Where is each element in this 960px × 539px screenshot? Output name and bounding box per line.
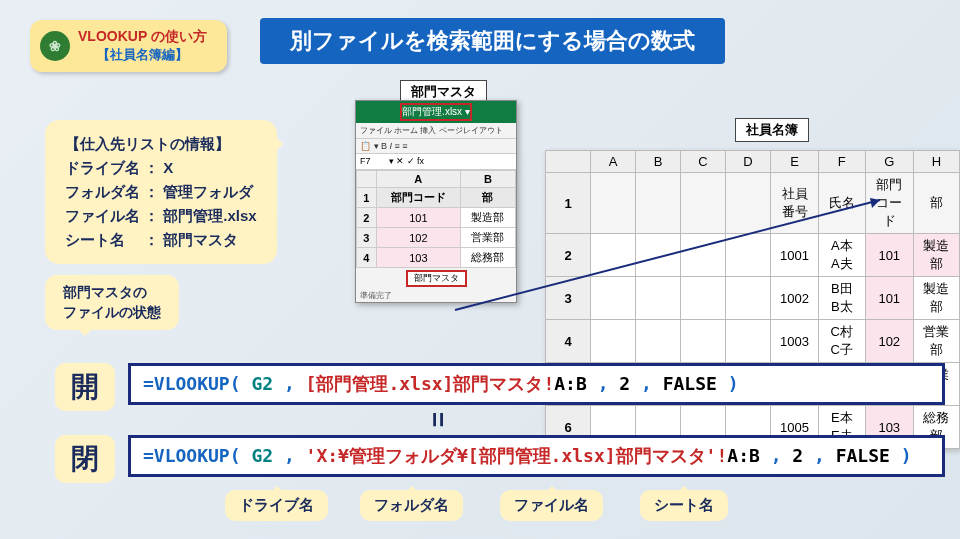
cell: A本A夫: [819, 234, 866, 277]
info-drive: ドライブ名 ： X: [65, 156, 257, 180]
mini-excel-grid: AB 1部門コード部 2101製造部 3102営業部 4103総務部: [356, 170, 516, 268]
tag-folder: フォルダ名: [360, 490, 463, 521]
colhead: F: [819, 151, 866, 173]
cell: 1002: [771, 277, 819, 320]
mini-excel-status: 準備完了: [356, 289, 516, 302]
colhead: A: [591, 151, 636, 173]
state-l1: 部門マスタの: [63, 283, 161, 303]
col-a: A: [376, 171, 460, 188]
formula-close: =VLOOKUP( G2 , 'X:¥管理フォルダ¥[部門管理.xlsx]部門マ…: [128, 435, 945, 477]
info-title: 【仕入先リストの情報】: [65, 132, 257, 156]
mini-excel-ribbon: ファイル ホーム 挿入 ページレイアウト: [356, 123, 516, 139]
main-title: 別ファイルを検索範囲にする場合の数式: [260, 18, 725, 64]
head-code: 部門コード: [376, 188, 460, 208]
cell: 102: [376, 228, 460, 248]
mini-excel-toolbar: 📋 ▾ B I ≡ ≡: [356, 139, 516, 154]
cell: 103: [376, 248, 460, 268]
cell: 総務部: [460, 248, 515, 268]
emp-head-dept: 部: [913, 173, 959, 234]
tag-file: ファイル名: [500, 490, 603, 521]
cell: C村C子: [819, 320, 866, 363]
file-info-callout: 【仕入先リストの情報】 ドライブ名 ： X フォルダ名 ： 管理フォルダ ファイ…: [45, 120, 277, 264]
mini-excel-window: 部門管理.xlsx ▾ ファイル ホーム 挿入 ページレイアウト 📋 ▾ B I…: [355, 100, 517, 303]
emp-table-label: 社員名簿: [735, 118, 809, 142]
title-badge: ❀ VLOOKUP の使い方 【社員名簿編】: [30, 20, 227, 72]
cell: 製造部: [913, 234, 959, 277]
cell: 製造部: [460, 208, 515, 228]
colhead: E: [771, 151, 819, 173]
mini-excel-filename: 部門管理.xlsx ▾: [400, 103, 472, 121]
cell: 101: [865, 234, 913, 277]
cell: 1001: [771, 234, 819, 277]
cell: B田B太: [819, 277, 866, 320]
close-label: 閉: [55, 435, 115, 483]
mini-excel-sheet-tab: 部門マスタ: [356, 268, 516, 289]
file-state-callout: 部門マスタの ファイルの状態: [45, 275, 179, 330]
head-dept: 部: [460, 188, 515, 208]
cell: 製造部: [913, 277, 959, 320]
info-sheet: シート名 ： 部門マスタ: [65, 228, 257, 252]
cell: 営業部: [460, 228, 515, 248]
tag-drive: ドライブ名: [225, 490, 328, 521]
info-file: ファイル名 ： 部門管理.xlsx: [65, 204, 257, 228]
cell: 101: [865, 277, 913, 320]
open-label: 開: [55, 363, 115, 411]
badge-line2: 【社員名簿編】: [78, 46, 207, 64]
state-l2: ファイルの状態: [63, 303, 161, 323]
colhead: B: [636, 151, 681, 173]
badge-line1: VLOOKUP の使い方: [78, 28, 207, 46]
cell: 101: [376, 208, 460, 228]
formula-open: =VLOOKUP( G2 , [部門管理.xlsx]部門マスタ!A:B , 2 …: [128, 363, 945, 405]
leaf-icon: ❀: [40, 31, 70, 61]
colhead: D: [726, 151, 771, 173]
emp-head-id: 社員番号: [771, 173, 819, 234]
equals-sign: =: [422, 412, 453, 427]
emp-head-name: 氏名: [819, 173, 866, 234]
info-folder: フォルダ名 ： 管理フォルダ: [65, 180, 257, 204]
mini-excel-titlebar: 部門管理.xlsx ▾: [356, 101, 516, 123]
cell: 102: [865, 320, 913, 363]
col-b: B: [460, 171, 515, 188]
tag-sheet: シート名: [640, 490, 728, 521]
colhead: C: [681, 151, 726, 173]
mini-excel-formula-bar: F7 ▾ ✕ ✓ fx: [356, 154, 516, 170]
emp-head-code: 部門コード: [865, 173, 913, 234]
colhead: G: [865, 151, 913, 173]
colhead: H: [913, 151, 959, 173]
cell: 営業部: [913, 320, 959, 363]
cell: 1003: [771, 320, 819, 363]
